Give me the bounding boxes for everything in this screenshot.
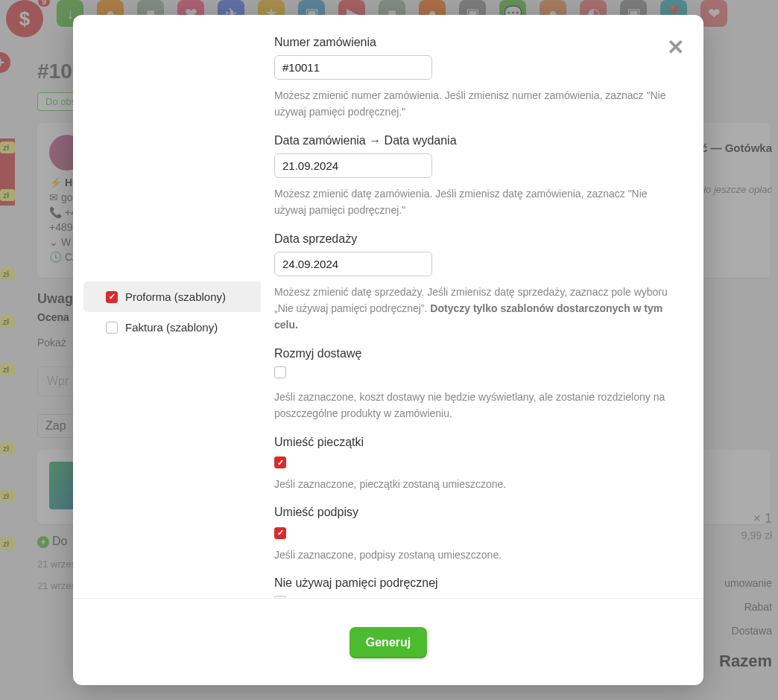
field-label: Numer zamówienia [274,36,675,49]
modal-sidebar: ✓ Proforma (szablony) Faktura (szablony) [73,36,261,598]
field-label: Rozmyj dostawę [274,347,675,360]
help-text: Jeśli zaznaczone, pieczątki zostaną umie… [274,476,675,492]
field-blur-delivery: Rozmyj dostawę Jeśli zaznaczone, koszt d… [274,347,675,422]
order-number-input[interactable] [274,55,432,80]
help-text: Możesz zmienić datę zamówienia. Jeśli zm… [274,185,675,219]
sale-date-input[interactable] [274,252,432,276]
order-date-input[interactable] [274,153,432,178]
generate-document-modal: ✕ ✓ Proforma (szablony) Faktura (szablon… [73,15,703,685]
help-text: Możesz zmienić datę sprzedaży. Jeśli zmi… [274,284,675,334]
modal-footer: Generuj [73,598,703,685]
field-label: Umieść pieczątki [274,436,675,449]
help-text: Możesz zmienić numer zamówienia. Jeśli z… [274,87,675,121]
generate-button[interactable]: Generuj [350,627,427,658]
sidebar-item-label: Proforma (szablony) [125,290,226,303]
place-stamps-checkbox[interactable]: ✓ [274,456,286,468]
sidebar-item-label: Faktura (szablony) [125,321,218,334]
checkbox-icon[interactable]: ✓ [106,291,118,303]
modal-body: ✓ Proforma (szablony) Faktura (szablony)… [73,15,703,598]
field-place-stamps: Umieść pieczątki ✓ Jeśli zaznaczone, pie… [274,436,675,493]
place-signatures-checkbox[interactable]: ✓ [274,527,286,539]
help-text: Jeśli zaznaczone, podpisy zostaną umiesz… [274,547,675,563]
sidebar-item-faktura[interactable]: Faktura (szablony) [83,312,261,343]
field-no-cache: Nie używaj pamięci podręcznej Jeśli zazn… [274,576,675,598]
field-label: Data zamówienia → Data wydania [274,134,675,147]
field-label: Data sprzedaży [274,232,675,246]
field-place-signatures: Umieść podpisy ✓ Jeśli zaznaczone, podpi… [274,506,675,563]
sidebar-item-proforma[interactable]: ✓ Proforma (szablony) [83,281,261,312]
field-sale-date: Data sprzedaży Możesz zmienić datę sprze… [274,232,675,334]
field-label: Nie używaj pamięci podręcznej [274,576,675,590]
checkbox-icon[interactable] [106,322,118,334]
close-icon[interactable]: ✕ [667,37,684,58]
help-text: Jeśli zaznaczone, koszt dostawy nie będz… [274,389,675,422]
blur-delivery-checkbox[interactable] [274,366,286,378]
field-label: Umieść podpisy [274,506,675,519]
field-order-date: Data zamówienia → Data wydania Możesz zm… [274,134,675,219]
modal-content: Numer zamówienia Możesz zmienić numer za… [261,36,703,598]
field-order-number: Numer zamówienia Możesz zmienić numer za… [274,36,675,121]
